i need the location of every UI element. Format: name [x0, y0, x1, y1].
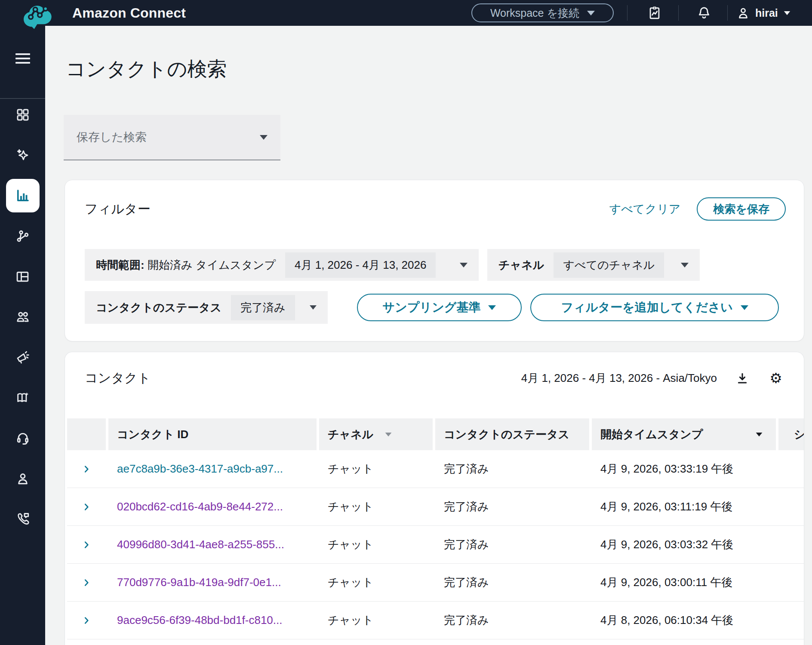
- save-search-button[interactable]: 検索を保存: [697, 197, 786, 221]
- contact-id-link[interactable]: 770d9776-9a1b-419a-9df7-0e1...: [117, 576, 281, 589]
- sidebar-item-knowledge[interactable]: [6, 381, 40, 415]
- sidebar-item-users[interactable]: [6, 300, 40, 334]
- channel-filter-value[interactable]: すべてのチャネル: [554, 252, 664, 278]
- time-range-value[interactable]: 4月 1, 2026 - 4月 13, 2026: [285, 252, 436, 278]
- column-contact-status[interactable]: コンタクトのステータス: [435, 418, 589, 450]
- user-name: hirai: [755, 7, 778, 19]
- chevron-down-icon: [587, 11, 595, 15]
- clear-all-link[interactable]: すべてクリア: [609, 201, 681, 217]
- channel-filter[interactable]: チャネル すべてのチャネル: [487, 249, 700, 281]
- chevron-right-icon: [82, 578, 91, 587]
- chevron-down-icon: [460, 263, 468, 267]
- chevron-right-icon: [82, 502, 91, 512]
- connect-workspace-button[interactable]: Workspace を接続: [471, 3, 614, 22]
- cell-channel: チャット: [319, 613, 433, 628]
- cell-status: 完了済み: [435, 575, 589, 590]
- table-row: ae7c8a9b-36e3-4317-a9cb-a97... チャット 完了済み…: [67, 450, 804, 488]
- column-truncated[interactable]: シ: [778, 418, 804, 450]
- user-menu[interactable]: hirai: [736, 0, 791, 26]
- sidebar-item-customer-profiles[interactable]: [6, 462, 40, 495]
- expand-row-button[interactable]: [67, 616, 106, 625]
- gear-icon: ⚙: [769, 371, 782, 385]
- notifications-button[interactable]: [691, 0, 717, 26]
- connect-workspace-label: Workspace を接続: [490, 6, 579, 20]
- expand-row-button[interactable]: [67, 540, 106, 550]
- cell-status: 完了済み: [435, 461, 589, 476]
- table-row: 9ace9c56-6f39-48bd-bd1f-c810... チャット 完了済…: [67, 602, 804, 639]
- topbar-divider: [727, 5, 728, 21]
- column-contact-id[interactable]: コンタクト ID: [108, 418, 317, 450]
- chevron-right-icon: [82, 464, 91, 474]
- cell-channel: チャット: [319, 537, 433, 552]
- sort-caret-icon[interactable]: [756, 432, 763, 436]
- save-search-label: 検索を保存: [713, 202, 769, 217]
- bell-icon: [697, 6, 711, 20]
- dashboard-grid-icon: [16, 108, 30, 122]
- chevron-down-icon: [260, 135, 268, 140]
- table-row: 40996d80-3d41-4ae8-a255-855... チャット 完了済み…: [67, 526, 804, 564]
- contact-status-label: コンタクトのステータス: [96, 300, 221, 315]
- cell-status: 完了済み: [435, 537, 589, 552]
- contact-id-link[interactable]: 9ace9c56-6f39-48bd-bd1f-c810...: [117, 614, 283, 627]
- expand-row-button[interactable]: [67, 464, 106, 474]
- contacts-table-header: コンタクト ID チャネル コンタクトのステータス 開始タイムスタンプ シ: [67, 418, 804, 450]
- chevron-right-icon: [82, 540, 91, 550]
- expand-row-button[interactable]: [67, 502, 106, 512]
- sidebar-item-workspaces[interactable]: [6, 260, 40, 293]
- sampling-criteria-label: サンプリング基準: [383, 299, 481, 316]
- column-expand: [67, 418, 106, 450]
- sidebar-nav: [0, 26, 45, 645]
- cell-timestamp: 4月 8, 2026, 06:10:34 午後: [592, 613, 776, 628]
- sidebar-item-campaigns[interactable]: [6, 341, 40, 374]
- column-contact-id-label: コンタクト ID: [117, 427, 188, 442]
- column-channel[interactable]: チャネル: [319, 418, 433, 450]
- flow-branch-icon: [15, 229, 30, 243]
- top-bar: Amazon Connect Workspace を接続 hirai: [0, 0, 812, 26]
- hamburger-icon: [15, 53, 30, 64]
- cell-timestamp: 4月 9, 2026, 03:00:11 午後: [592, 575, 776, 590]
- filter-panel: フィルター すべてクリア 検索を保存 時間範囲: 開始済み タイムスタンプ 4月…: [65, 180, 804, 341]
- sampling-criteria-button[interactable]: サンプリング基準: [357, 294, 522, 321]
- sidebar-item-contact-control[interactable]: [6, 502, 40, 536]
- contact-status-value[interactable]: 完了済み: [231, 295, 295, 320]
- sidebar-item-agent-workspace[interactable]: [6, 421, 40, 455]
- sidebar-item-analytics[interactable]: [6, 179, 40, 212]
- filter-panel-title: フィルター: [85, 200, 151, 218]
- main-content: コンタクトの検索 保存した検索 フィルター すべてクリア 検索を保存 時間範囲:…: [45, 26, 812, 645]
- sidebar-item-dashboard[interactable]: [6, 98, 40, 132]
- column-contact-status-label: コンタクトのステータス: [444, 427, 569, 442]
- contact-id-link[interactable]: 020bcd62-cd16-4ab9-8e44-272...: [117, 500, 283, 513]
- cell-channel: チャット: [319, 499, 433, 514]
- sidebar-item-ai-assist[interactable]: [6, 138, 40, 172]
- chevron-down-icon: [741, 305, 748, 310]
- add-filter-button[interactable]: フィルターを追加してください: [530, 294, 779, 321]
- chevron-down-icon: [681, 263, 689, 267]
- phone-message-icon: [15, 512, 30, 526]
- cell-timestamp: 4月 9, 2026, 03:03:32 午後: [592, 537, 776, 552]
- cell-timestamp: 4月 9, 2026, 03:33:19 午後: [592, 461, 776, 476]
- megaphone-icon: [15, 350, 30, 365]
- download-button[interactable]: [734, 370, 750, 387]
- saved-search-select[interactable]: 保存した検索: [64, 115, 280, 160]
- table-row: 020bcd62-cd16-4ab9-8e44-272... チャット 完了済み…: [67, 488, 804, 526]
- cell-status: 完了済み: [435, 613, 589, 628]
- sort-caret-icon[interactable]: [385, 432, 392, 436]
- time-range-filter[interactable]: 時間範囲: 開始済み タイムスタンプ 4月 1, 2026 - 4月 13, 2…: [85, 249, 479, 281]
- contact-status-filter[interactable]: コンタクトのステータス 完了済み: [85, 291, 328, 324]
- cell-channel: チャット: [319, 575, 433, 590]
- chevron-right-icon: [82, 616, 91, 625]
- metrics-button[interactable]: [642, 0, 667, 26]
- settings-button[interactable]: ⚙: [768, 370, 784, 387]
- download-icon: [735, 372, 749, 385]
- column-channel-label: チャネル: [328, 427, 373, 442]
- contact-id-link[interactable]: ae7c8a9b-36e3-4317-a9cb-a97...: [117, 462, 283, 475]
- menu-toggle-button[interactable]: [0, 50, 45, 67]
- sidebar-item-flows[interactable]: [6, 219, 40, 253]
- chevron-down-icon: [784, 11, 790, 15]
- topbar-divider: [678, 5, 679, 21]
- contacts-title: コンタクト: [85, 369, 151, 387]
- contact-id-link[interactable]: 40996d80-3d41-4ae8-a255-855...: [117, 538, 284, 551]
- expand-row-button[interactable]: [67, 578, 106, 587]
- person-icon: [15, 471, 30, 486]
- column-start-timestamp[interactable]: 開始タイムスタンプ: [592, 418, 776, 450]
